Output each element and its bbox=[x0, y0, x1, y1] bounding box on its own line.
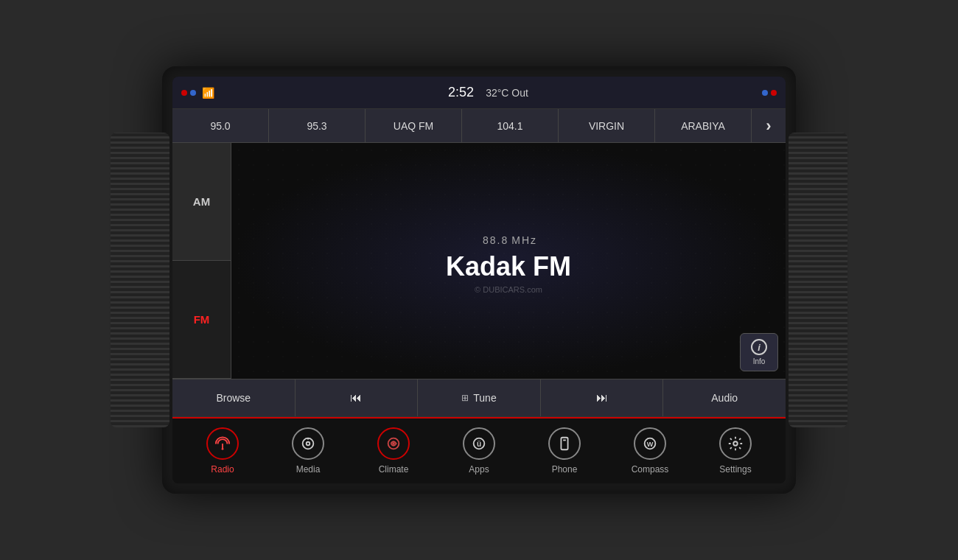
preset-btn-2[interactable]: 95.3 bbox=[269, 109, 366, 142]
frequency-unit: MHz bbox=[511, 234, 537, 246]
apps-nav-label: Apps bbox=[469, 464, 489, 475]
presets-next-arrow[interactable]: › bbox=[752, 109, 786, 142]
compass-icon: W bbox=[634, 427, 666, 460]
antenna-icon: 📶 bbox=[202, 87, 214, 99]
nav-item-radio[interactable]: Radio bbox=[180, 419, 265, 483]
am-band-button[interactable]: AM bbox=[172, 143, 231, 261]
nav-item-apps[interactable]: ü Apps bbox=[436, 419, 522, 483]
settings-nav-label: Settings bbox=[719, 464, 751, 475]
grid-icon: ⊞ bbox=[461, 393, 469, 403]
signal-dot-blue bbox=[190, 90, 196, 96]
media-icon bbox=[292, 427, 324, 460]
nav-item-climate[interactable]: Climate bbox=[351, 419, 436, 483]
svg-text:W: W bbox=[647, 441, 654, 448]
audio-label: Audio bbox=[711, 392, 738, 404]
nav-item-phone[interactable]: Phone bbox=[522, 419, 607, 483]
screen: 📶 2:52 32°C Out 95.0 95.3 UAQ FM 104.1 V… bbox=[172, 77, 786, 483]
preset-btn-4[interactable]: 104.1 bbox=[462, 109, 559, 142]
nav-item-compass[interactable]: W Compass bbox=[607, 419, 693, 483]
info-label: Info bbox=[753, 357, 766, 365]
audio-button[interactable]: Audio bbox=[663, 379, 786, 416]
compass-nav-label: Compass bbox=[632, 464, 669, 475]
prev-button[interactable]: ⏮ bbox=[296, 379, 419, 416]
browse-label: Browse bbox=[216, 392, 251, 404]
climate-nav-label: Climate bbox=[379, 464, 409, 475]
status-right bbox=[762, 90, 777, 96]
status-left: 📶 bbox=[181, 87, 214, 99]
car-infotainment-unit: 📶 2:52 32°C Out 95.0 95.3 UAQ FM 104.1 V… bbox=[162, 66, 796, 494]
preset-btn-3[interactable]: UAQ FM bbox=[366, 109, 462, 142]
browse-button[interactable]: Browse bbox=[172, 379, 296, 416]
frequency-value: 88.8 bbox=[483, 234, 508, 246]
preset-btn-6[interactable]: ARABIYA bbox=[655, 109, 752, 142]
temperature: 32°C Out bbox=[486, 87, 528, 99]
station-name: Kadak FM bbox=[446, 251, 571, 282]
presets-row: 95.0 95.3 UAQ FM 104.1 VIRGIN ARABIYA › bbox=[172, 109, 786, 143]
clock: 2:52 bbox=[448, 85, 474, 100]
settings-icon bbox=[719, 427, 752, 460]
frequency-display: 88.8MHz bbox=[480, 228, 537, 248]
info-button[interactable]: i Info bbox=[740, 333, 778, 371]
tune-label: Tune bbox=[473, 392, 496, 404]
svg-point-3 bbox=[307, 442, 310, 446]
nav-item-settings[interactable]: Settings bbox=[693, 419, 778, 483]
chevron-right-icon: › bbox=[766, 116, 771, 136]
nav-item-media[interactable]: Media bbox=[265, 419, 351, 483]
next-icon: ⏭ bbox=[596, 391, 608, 405]
signal-dot-red bbox=[181, 90, 187, 96]
radio-icon bbox=[206, 427, 239, 460]
prev-icon: ⏮ bbox=[350, 391, 362, 405]
fm-band-button[interactable]: FM bbox=[172, 261, 231, 379]
band-selector: AM FM bbox=[172, 143, 231, 379]
main-content: AM FM 88.8MHz Kadak FM © DUBICARS.com i … bbox=[172, 143, 786, 379]
signal-dot-red-right bbox=[771, 90, 777, 96]
status-center: 2:52 32°C Out bbox=[448, 85, 528, 100]
phone-nav-label: Phone bbox=[552, 464, 578, 475]
climate-icon bbox=[377, 427, 410, 460]
preset-btn-5[interactable]: VIRGIN bbox=[559, 109, 655, 142]
apps-icon: ü bbox=[463, 427, 495, 460]
watermark-text: © DUBICARS.com bbox=[475, 285, 542, 294]
transport-controls: Browse ⏮ ⊞ Tune ⏭ Audio bbox=[172, 379, 786, 417]
signal-dot-blue-right bbox=[762, 90, 768, 96]
svg-point-6 bbox=[392, 442, 395, 445]
bottom-nav: Radio Media bbox=[172, 417, 786, 483]
svg-text:ü: ü bbox=[477, 440, 481, 448]
info-icon: i bbox=[751, 339, 767, 355]
status-bar: 📶 2:52 32°C Out bbox=[172, 77, 786, 109]
svg-rect-9 bbox=[561, 438, 567, 450]
media-nav-label: Media bbox=[296, 464, 321, 475]
next-button[interactable]: ⏭ bbox=[541, 379, 664, 416]
now-playing-display: 88.8MHz Kadak FM © DUBICARS.com i Info bbox=[231, 143, 786, 379]
radio-nav-label: Radio bbox=[211, 464, 234, 475]
svg-point-13 bbox=[733, 441, 738, 446]
tune-button[interactable]: ⊞ Tune bbox=[418, 379, 541, 416]
preset-btn-1[interactable]: 95.0 bbox=[172, 109, 269, 142]
phone-icon bbox=[548, 427, 581, 460]
svg-point-1 bbox=[222, 448, 224, 450]
svg-point-2 bbox=[303, 438, 314, 449]
